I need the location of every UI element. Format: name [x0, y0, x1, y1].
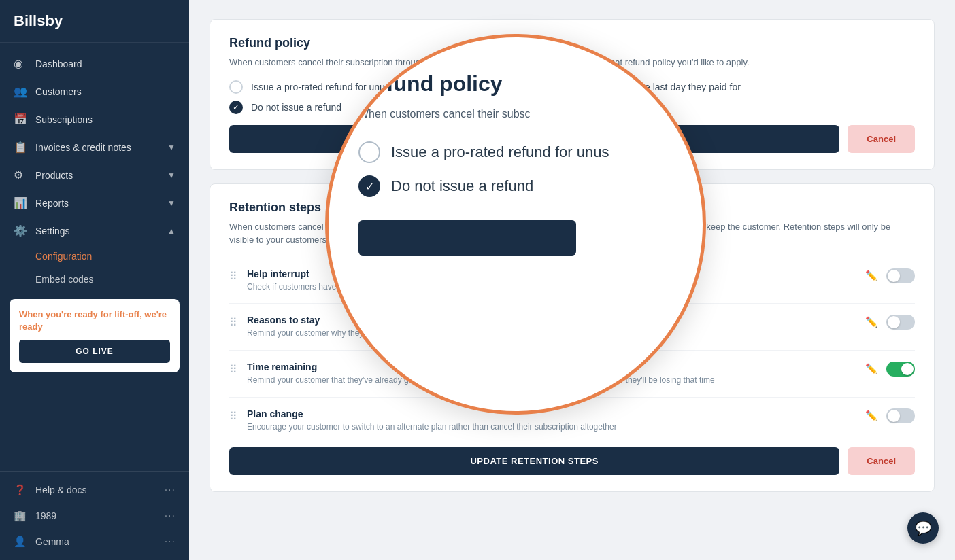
radio-label: Issue a pro-rated refund for unused days… — [251, 82, 741, 92]
settings-icon: ⚙️ — [14, 224, 29, 237]
toggle-reasons[interactable] — [886, 315, 915, 330]
edit-icon[interactable]: ✏️ — [865, 270, 878, 282]
sub-item-label: Configuration — [35, 251, 92, 262]
edit-icon[interactable]: ✏️ — [865, 316, 878, 328]
radio-selected: ✓ — [229, 101, 243, 114]
toggle-help-interrupt[interactable] — [886, 268, 915, 283]
drag-handle-icon[interactable]: ⠿ — [229, 410, 237, 423]
sidebar-item-label: Settings — [35, 226, 70, 237]
sidebar-item-customers[interactable]: 👥 Customers — [0, 77, 189, 105]
retention-item-name: Help interrupt — [247, 268, 857, 279]
sidebar: Billsby ◉ Dashboard 👥 Customers 📅 Subscr… — [0, 0, 189, 560]
retention-item-controls: ✏️ — [865, 408, 915, 423]
customers-icon: 👥 — [14, 85, 29, 98]
chevron-down-icon: ▼ — [167, 198, 175, 208]
cancel-retention-button[interactable]: Cancel — [848, 447, 915, 475]
sidebar-item-label: Products — [35, 170, 73, 181]
subscriptions-icon: 📅 — [14, 113, 29, 126]
help-icon: ❓ — [14, 484, 29, 496]
retention-item-desc: Check if customers have a support issue … — [247, 281, 857, 293]
sidebar-item-configuration[interactable]: Configuration — [0, 245, 189, 268]
retention-item-info: Help interrupt Check if customers have a… — [247, 268, 857, 293]
bottom-item-label: Gemma — [35, 536, 69, 547]
retention-action-row: UPDATE RETENTION STEPS Cancel — [229, 447, 915, 475]
toggle-thumb — [888, 270, 900, 282]
org-icon: 🏢 — [14, 510, 29, 522]
go-live-box: When you're ready for lift-off, we're re… — [10, 299, 180, 372]
chevron-down-icon: ▼ — [167, 143, 175, 152]
sidebar-nav: ◉ Dashboard 👥 Customers 📅 Subscriptions … — [0, 43, 189, 471]
retention-item-controls: ✏️ — [865, 315, 915, 330]
drag-handle-icon[interactable]: ⠿ — [229, 316, 237, 329]
sidebar-item-label: Reports — [35, 198, 69, 209]
retention-item-name: Time remaining — [247, 362, 857, 372]
cancel-refund-button[interactable]: Cancel — [848, 125, 915, 153]
chat-icon: 💬 — [915, 520, 932, 536]
go-live-button[interactable]: GO LIVE — [19, 340, 170, 363]
retention-item-desc: Encourage your customer to switch to an … — [247, 421, 857, 433]
sidebar-item-invoices[interactable]: 📋 Invoices & credit notes ▼ — [0, 133, 189, 161]
sidebar-bottom: ❓ Help & docs ··· 🏢 1989 ··· 👤 Gemma ··· — [0, 471, 189, 560]
more-options-icon[interactable]: ··· — [165, 536, 175, 548]
refund-policy-title: Refund policy — [229, 36, 915, 50]
update-retention-button[interactable]: UPDATE RETENTION STEPS — [229, 447, 839, 475]
retention-item-desc: Remind your customer why they subscribed… — [247, 328, 857, 339]
go-live-text: When you're ready for lift-off, we're re… — [19, 309, 170, 333]
retention-item-info: Reasons to stay Remind your customer why… — [247, 315, 857, 339]
invoices-icon: 📋 — [14, 141, 29, 154]
products-icon: ⚙ — [14, 169, 29, 181]
main-content: Refund policy When customers cancel thei… — [189, 0, 955, 560]
retention-item-desc: Remind your customer that they've alread… — [247, 374, 857, 386]
refund-policy-section: Refund policy When customers cancel thei… — [210, 19, 935, 170]
retention-item-help-interrupt: ⠿ Help interrupt Check if customers have… — [229, 258, 915, 304]
more-options-icon[interactable]: ··· — [165, 484, 175, 496]
retention-item-controls: ✏️ — [865, 268, 915, 283]
sidebar-item-help[interactable]: ❓ Help & docs ··· — [0, 477, 189, 503]
toggle-thumb — [888, 410, 900, 422]
toggle-time-remaining[interactable] — [886, 362, 915, 377]
chat-button[interactable]: 💬 — [907, 512, 939, 544]
sidebar-item-subscriptions[interactable]: 📅 Subscriptions — [0, 105, 189, 133]
app-logo: Billsby — [0, 0, 189, 43]
bottom-item-label: 1989 — [35, 510, 56, 521]
chevron-up-icon: ▲ — [167, 226, 175, 236]
drag-handle-icon[interactable]: ⠿ — [229, 363, 237, 376]
retention-steps-section: Retention steps When customers cancel th… — [210, 183, 935, 492]
sidebar-item-label: Customers — [35, 86, 82, 97]
sub-item-label: Embed codes — [35, 274, 94, 285]
retention-desc: When customers cancel their subscription… — [229, 220, 915, 247]
retention-item-controls: ✏️ — [865, 362, 915, 377]
refund-option-prorated[interactable]: Issue a pro-rated refund for unused days… — [229, 80, 915, 94]
drag-handle-icon[interactable]: ⠿ — [229, 270, 237, 283]
retention-item-plan-change: ⠿ Plan change Encourage your customer to… — [229, 398, 915, 444]
sidebar-item-reports[interactable]: 📊 Reports ▼ — [0, 189, 189, 217]
update-refund-button[interactable]: UPDATE REFUND POLICY — [229, 125, 839, 153]
retention-item-name: Plan change — [247, 408, 857, 419]
edit-icon[interactable]: ✏️ — [865, 410, 878, 422]
sidebar-item-settings[interactable]: ⚙️ Settings ▲ — [0, 217, 189, 245]
sidebar-item-products[interactable]: ⚙ Products ▼ — [0, 161, 189, 189]
retention-item-reasons: ⠿ Reasons to stay Remind your customer w… — [229, 304, 915, 351]
radio-unselected — [229, 80, 243, 94]
dashboard-icon: ◉ — [14, 57, 29, 70]
sidebar-item-label: Subscriptions — [35, 114, 93, 125]
edit-icon[interactable]: ✏️ — [865, 363, 878, 375]
sidebar-item-user[interactable]: 👤 Gemma ··· — [0, 529, 189, 555]
radio-label: Do not issue a refund — [251, 102, 341, 113]
user-icon: 👤 — [14, 536, 29, 548]
reports-icon: 📊 — [14, 196, 29, 209]
retention-title: Retention steps — [229, 200, 915, 215]
bottom-item-label: Help & docs — [35, 485, 86, 495]
sidebar-item-dashboard[interactable]: ◉ Dashboard — [0, 50, 189, 77]
refund-action-row: UPDATE REFUND POLICY Cancel — [229, 125, 915, 153]
retention-item-name: Reasons to stay — [247, 315, 857, 326]
retention-item-time-remaining: ⠿ Time remaining Remind your customer th… — [229, 351, 915, 398]
toggle-thumb — [888, 316, 900, 328]
refund-option-no-refund[interactable]: ✓ Do not issue a refund — [229, 101, 915, 114]
sidebar-item-embed-codes[interactable]: Embed codes — [0, 268, 189, 291]
toggle-thumb — [901, 363, 914, 375]
toggle-plan-change[interactable] — [886, 408, 915, 423]
more-options-icon[interactable]: ··· — [165, 510, 175, 522]
retention-item-info: Time remaining Remind your customer that… — [247, 362, 857, 386]
sidebar-item-org[interactable]: 🏢 1989 ··· — [0, 503, 189, 529]
